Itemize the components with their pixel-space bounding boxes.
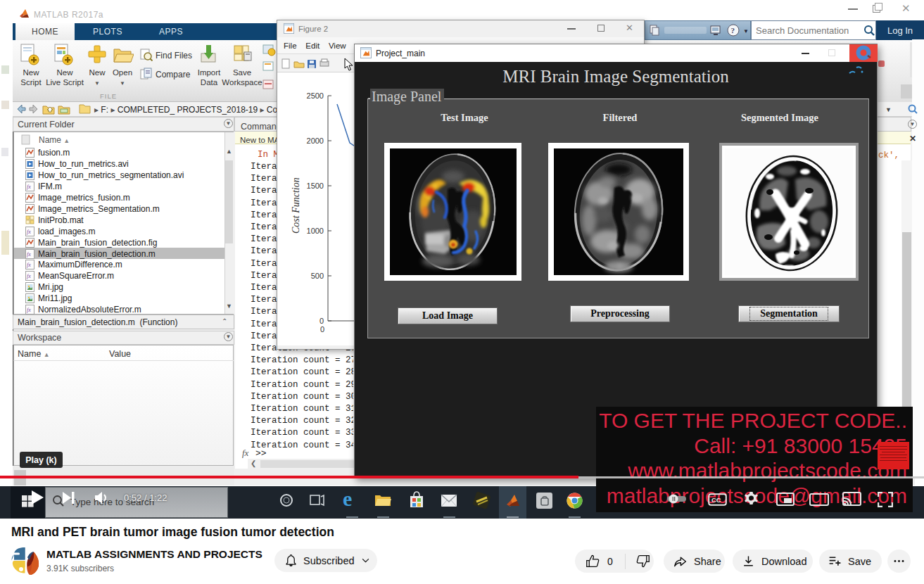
svg-text:fx: fx — [27, 229, 31, 235]
svg-text:?: ? — [731, 26, 735, 34]
svg-text:fx: fx — [27, 262, 31, 268]
svg-text:CC: CC — [711, 496, 721, 504]
svg-text:fx: fx — [27, 273, 31, 279]
svg-text:fx: fx — [27, 184, 31, 190]
svg-text:fx: fx — [27, 251, 31, 258]
svg-text:fx: fx — [27, 307, 31, 313]
